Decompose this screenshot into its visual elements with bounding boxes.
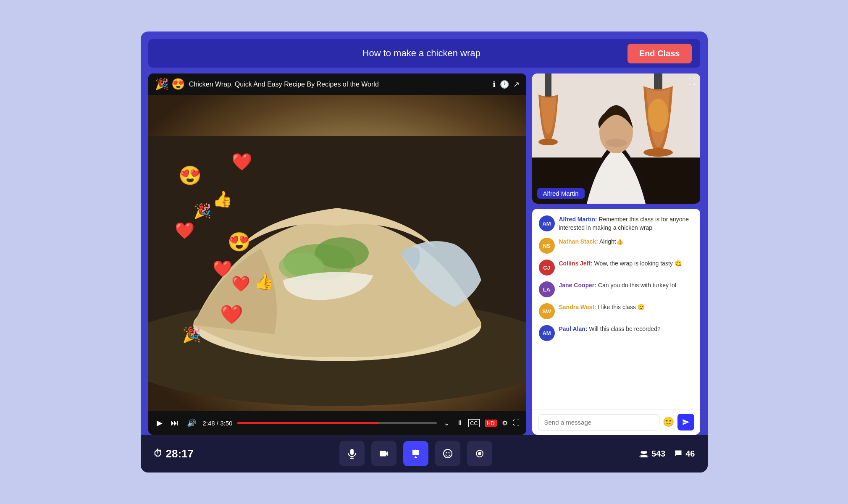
chat-name: Nathan Stack: [559,238,598,245]
svg-point-18 [448,452,449,454]
chat-text: Alfred Martin: Remember this class is fo… [559,215,693,232]
timer-value: 28:17 [166,447,194,460]
quality-icon: ⚙ [502,419,508,427]
chat-count: 46 [685,449,695,459]
svg-point-12 [643,148,673,157]
chat-text: Sandra West: I like this class 🙂 [559,303,645,312]
record-button[interactable] [467,441,492,466]
hd-icon: HD [485,420,497,427]
svg-point-15 [606,139,627,147]
svg-point-10 [538,139,558,145]
viewers-icon [639,450,649,457]
video-display: 😍 ❤️ 👍 🎉 😍 ❤️ ❤️ ❤️ 👍 ❤️ 🎉 [148,95,526,411]
webcam-panel: Alfred Martin ⛶ [532,74,700,204]
camera-button[interactable] [371,441,396,466]
svg-point-13 [648,99,669,132]
time-display: 2:48 / 3:50 [203,420,233,427]
avatar: NS [539,238,555,254]
bottom-toolbar: ⏱ 28:17 [141,435,708,472]
emoji-picker-button[interactable]: 🙂 [663,417,674,428]
chat-count-icon [674,450,683,457]
chat-message-6: AM Paul Alan: Will this class be recorde… [539,325,693,341]
chat-message-text: Will this class be recorded? [589,326,660,332]
top-emojis: 🎉 😍 [155,78,185,91]
timer-icon: ⏱ [153,448,163,459]
video-top-icons: ℹ 🕐 ↗ [493,80,520,89]
fullscreen-icon[interactable]: ⛶ [513,419,520,427]
send-message-button[interactable] [677,414,694,430]
avatar: LA [539,281,555,297]
clock-icon[interactable]: 🕐 [500,80,509,89]
chat-message-2: NS Nathan Stack: Alright👍 [539,238,693,254]
chat-message-text: Alright👍 [599,238,623,245]
cc-icon: CC [468,419,480,427]
chat-text: Collins Jeff: Wow, the wrap is looking t… [559,260,682,268]
chat-name: Paul Alan: [559,326,588,332]
emoji-button[interactable] [435,441,460,466]
chat-text: Nathan Stack: Alright👍 [559,238,623,246]
toolbar-right: 543 46 [628,449,695,459]
chat-message-3: CJ Collins Jeff: Wow, the wrap is lookin… [539,260,693,276]
avatar: AM [539,325,555,341]
right-panel: Alfred Martin ⛶ AM Alfred Martin: Rememb… [532,74,700,435]
avatar: SW [539,303,555,319]
chat-message-text: I like this class 🙂 [598,304,645,310]
chat-name: Alfred Martin: [559,216,597,223]
chat-messages: AM Alfred Martin: Remember this class is… [532,209,700,409]
progress-fill [237,422,379,424]
svg-point-20 [478,452,481,455]
chat-name: Collins Jeff: [559,260,593,267]
chat-text: Jane Cooper: Can you do this with turkey… [559,281,676,290]
chat-panel: AM Alfred Martin: Remember this class is… [532,209,700,435]
play-button[interactable]: ▶ [155,417,164,429]
chat-message-4: LA Jane Cooper: Can you do this with tur… [539,281,693,297]
main-container: How to make a chicken wrap End Class 🎉 😍… [141,32,708,472]
chat-name: Sandra West: [559,304,596,310]
toolbar-center [339,441,492,466]
volume-button[interactable]: 🔊 [185,417,198,429]
share-icon[interactable]: ↗ [513,80,520,89]
top-bar: How to make a chicken wrap End Class [148,39,700,68]
video-wrapper: 🎉 😍 Chicken Wrap, Quick And Easy Recipe … [148,74,526,435]
avatar: AM [539,215,555,231]
chat-stat: 46 [674,449,695,459]
expand-icon[interactable]: ⛶ [688,78,696,87]
presenter-name-badge: Alfred Martin [537,188,585,199]
chat-input-area: 🙂 [532,409,700,435]
microphone-button[interactable] [339,441,365,466]
svg-point-17 [446,452,447,454]
video-content: 😍 ❤️ 👍 🎉 😍 ❤️ ❤️ ❤️ 👍 ❤️ 🎉 [148,95,526,411]
svg-point-16 [444,449,452,458]
video-side: 🎉 😍 Chicken Wrap, Quick And Easy Recipe … [148,74,526,435]
pause-icon: ⏸ [457,419,463,427]
chat-text: Paul Alan: Will this class be recorded? [559,325,661,333]
settings-dropdown[interactable]: ⌄ [442,417,452,429]
video-controls: ▶ ⏭ 🔊 2:48 / 3:50 ⌄ ⏸ CC HD ⚙ ⛶ [148,411,526,435]
class-title: How to make a chicken wrap [215,48,627,59]
end-class-button[interactable]: End Class [627,44,692,63]
next-button[interactable]: ⏭ [169,417,180,429]
viewers-stat: 543 [639,449,665,459]
viewers-count: 543 [651,449,665,459]
avatar: CJ [539,260,555,276]
chat-message-1: AM Alfred Martin: Remember this class is… [539,215,693,232]
info-icon[interactable]: ℹ [493,80,496,89]
progress-bar[interactable] [237,422,437,424]
video-top-bar: 🎉 😍 Chicken Wrap, Quick And Easy Recipe … [148,74,526,95]
video-title: Chicken Wrap, Quick And Easy Recipe By R… [189,81,488,88]
content-area: 🎉 😍 Chicken Wrap, Quick And Easy Recipe … [148,74,700,435]
chat-name: Jane Cooper: [559,282,596,289]
timer-display: ⏱ 28:17 [153,447,204,460]
share-screen-button[interactable] [403,441,428,466]
chat-input[interactable] [538,414,659,430]
chat-message-text: Can you do this with turkey lol [598,282,676,289]
chat-message-5: SW Sandra West: I like this class 🙂 [539,303,693,319]
chat-message-text: Wow, the wrap is looking tasty 😋 [594,260,682,267]
